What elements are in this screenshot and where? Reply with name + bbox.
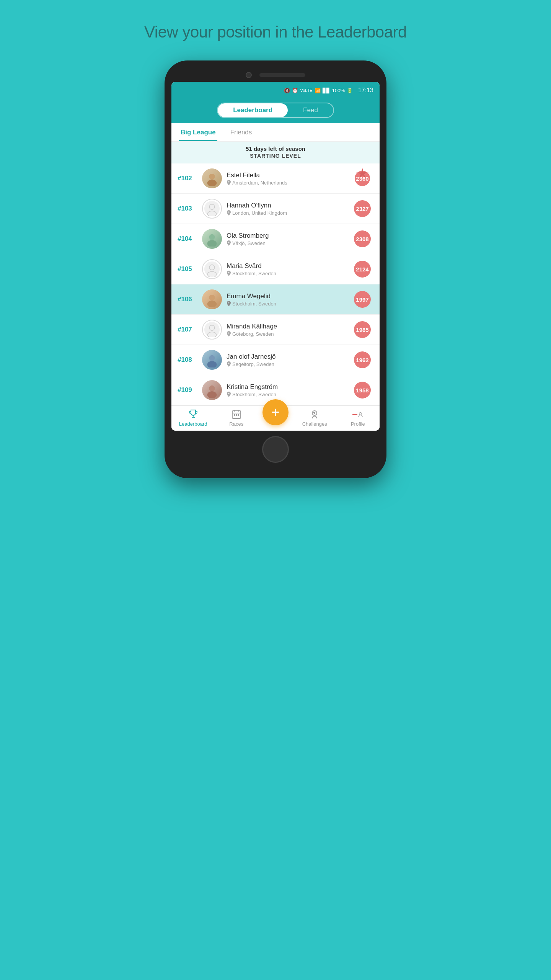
user-name: Emma Wegelid: [227, 292, 347, 300]
table-row[interactable]: #104 Ola Stromberg Växjö, Sweden: [171, 224, 380, 254]
svg-point-17: [204, 322, 220, 337]
score-value: 1997: [356, 296, 368, 303]
score-value: 2360: [356, 175, 368, 182]
rank-label: #109: [178, 386, 197, 394]
challenges-svg: [310, 409, 320, 419]
table-row[interactable]: #105 Maria Svärd Stockholm, Sweden: [171, 254, 380, 284]
battery-icon: 🔋: [347, 88, 353, 93]
table-row[interactable]: #102 Estel Filella Amsterdam, Netherland…: [171, 163, 380, 194]
table-row[interactable]: #108 Jan olof Jarnesjö Segeltorp, Sweden: [171, 345, 380, 375]
nav-challenges[interactable]: Challenges: [297, 409, 332, 427]
svg-rect-33: [234, 414, 235, 416]
days-left-text: days left of season: [254, 145, 305, 152]
profile-svg: [357, 410, 364, 419]
phone-home-button[interactable]: [262, 436, 289, 463]
season-banner: 51 days left of season STARTING LEVEL: [171, 142, 380, 163]
tab-friends[interactable]: Friends: [229, 123, 254, 141]
signal-icon: ▊▊: [323, 88, 330, 93]
avatar: [202, 259, 222, 279]
tab-big-league[interactable]: Big League: [179, 123, 217, 141]
avatar-placeholder-icon: [204, 382, 220, 398]
user-name: Estel Filella: [227, 172, 347, 179]
plus-icon: +: [271, 405, 279, 419]
score-value: 2327: [356, 206, 368, 212]
svg-point-3: [204, 201, 220, 216]
avatar: [202, 199, 222, 219]
score-badge: 1997: [351, 288, 373, 310]
phone-camera: [246, 72, 252, 78]
avatar-default-icon: [204, 322, 220, 337]
user-info: Emma Wegelid Stockholm, Sweden: [227, 292, 347, 307]
avatar: [202, 350, 222, 370]
table-row[interactable]: #103 Hannah O'flynn London, United Kingd…: [171, 194, 380, 224]
svg-rect-34: [236, 414, 237, 416]
avatar-placeholder-icon: [204, 352, 220, 368]
svg-point-15: [207, 301, 217, 307]
avatar-placeholder-icon: [204, 292, 220, 307]
challenges-icon: [309, 409, 320, 420]
user-info: Estel Filella Amsterdam, Netherlands: [227, 172, 347, 186]
user-info: Kristina Engström Stockholm, Sweden: [227, 383, 347, 397]
top-tab-bar: Leaderboard Feed: [171, 99, 380, 123]
trophy-icon: [188, 409, 199, 420]
table-row-highlighted[interactable]: #106 Emma Wegelid Stockholm, Sweden: [171, 284, 380, 315]
nav-leaderboard[interactable]: Leaderboard: [176, 409, 210, 427]
calendar-icon: [231, 409, 242, 420]
rank-label: #102: [178, 175, 197, 182]
user-location: Segeltorp, Sweden: [227, 361, 347, 367]
user-name: Miranda Källhage: [227, 323, 347, 330]
wifi-icon: 📶: [315, 88, 321, 93]
location-icon: [227, 361, 231, 367]
svg-point-21: [209, 355, 215, 361]
score-badge: 1962: [351, 349, 373, 371]
score-value: 2124: [356, 266, 368, 273]
user-info: Ola Stromberg Växjö, Sweden: [227, 232, 347, 246]
status-bar: 🔇 ⏰ VoLTE 📶 ▊▊ 100% 🔋 17:13: [171, 82, 380, 99]
alarm-icon: ⏰: [292, 88, 298, 93]
score-badge: 2327: [351, 198, 373, 220]
location-icon: [227, 180, 231, 185]
score-badge: 2360: [351, 167, 373, 189]
status-icons: 🔇 ⏰ VoLTE 📶 ▊▊ 100% 🔋: [284, 88, 352, 93]
avatar-placeholder-icon: [204, 231, 220, 247]
bottom-nav: Leaderboard Races: [171, 405, 380, 431]
mute-icon: 🔇: [284, 88, 290, 93]
nav-races-label: Races: [229, 421, 243, 427]
rank-label: #106: [178, 296, 197, 303]
score-value: 2308: [356, 236, 368, 242]
leaderboard-list: #102 Estel Filella Amsterdam, Netherland…: [171, 163, 380, 405]
user-info: Miranda Källhage Göteborg, Sweden: [227, 323, 347, 337]
nav-races[interactable]: Races: [219, 409, 254, 427]
avatar-placeholder-icon: [204, 171, 220, 186]
tab-feed[interactable]: Feed: [288, 103, 333, 117]
avatar-default-icon: [204, 261, 220, 277]
tab-leaderboard[interactable]: Leaderboard: [218, 103, 288, 117]
lte-icon: VoLTE: [300, 88, 312, 93]
score-badge: 1985: [351, 318, 373, 341]
score-value: 1958: [356, 387, 368, 394]
user-location: Stockholm, Sweden: [227, 271, 347, 276]
nav-challenges-label: Challenges: [302, 421, 327, 427]
avatar: [202, 229, 222, 249]
user-name: Hannah O'flynn: [227, 202, 347, 209]
phone-speaker: [259, 73, 305, 77]
location-icon: [227, 240, 231, 246]
rank-label: #108: [178, 356, 197, 364]
svg-point-25: [207, 391, 217, 398]
location-icon: [227, 392, 231, 397]
battery-text: 100%: [332, 88, 345, 93]
season-level: STARTING LEVEL: [175, 153, 376, 159]
table-row[interactable]: #107 Miranda Källhage Göteborg, Sweden: [171, 315, 380, 345]
fab-add-button[interactable]: +: [262, 399, 289, 425]
svg-point-10: [204, 261, 220, 277]
score-value: 1962: [356, 357, 368, 363]
location-icon: [227, 331, 231, 336]
user-location: Växjö, Sweden: [227, 240, 347, 246]
svg-point-14: [209, 295, 215, 301]
user-location: London, United Kingdom: [227, 210, 347, 216]
user-info: Hannah O'flynn London, United Kingdom: [227, 202, 347, 216]
avatar: [202, 168, 222, 188]
nav-profile[interactable]: Profile: [341, 409, 375, 427]
svg-point-7: [209, 234, 215, 240]
days-left-number: 51: [246, 145, 252, 152]
